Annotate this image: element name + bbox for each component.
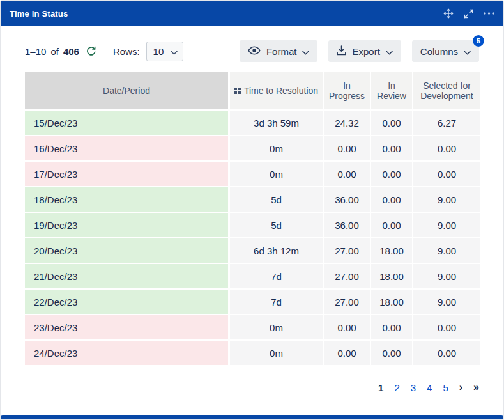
refresh-icon[interactable]	[86, 46, 96, 56]
next-page-icon[interactable]: ›	[459, 382, 462, 393]
in-review-cell: 18.00	[370, 264, 412, 290]
range-text: 1–10	[25, 46, 46, 57]
date-cell: 21/Dec/23	[25, 264, 228, 290]
in-review-cell: 0.00	[370, 341, 412, 366]
time-to-resolution-cell: 0m	[228, 136, 323, 162]
selected-for-development-cell: 9.00	[412, 290, 480, 315]
page-link-5[interactable]: 5	[443, 382, 448, 393]
table-row: 17/Dec/23 0m 0.00 0.00 0.00	[25, 162, 480, 187]
time-to-resolution-cell: 7d	[228, 290, 323, 315]
time-to-resolution-cell: 0m	[228, 162, 323, 187]
page-1-current[interactable]: 1	[378, 382, 383, 393]
chevron-down-icon	[171, 46, 178, 57]
selected-for-development-cell: 9.00	[412, 213, 480, 238]
selected-for-development-cell: 0.00	[412, 341, 480, 366]
page-link-4[interactable]: 4	[427, 382, 432, 393]
time-to-resolution-cell: 3d 3h 59m	[228, 111, 323, 136]
export-button-label: Export	[352, 46, 379, 57]
in-progress-cell: 36.00	[323, 213, 370, 238]
columns-count-badge: 5	[473, 35, 484, 47]
in-review-cell: 0.00	[370, 111, 412, 136]
date-cell: 23/Dec/23	[25, 315, 228, 341]
selected-for-development-cell: 0.00	[412, 315, 480, 341]
move-icon[interactable]	[443, 8, 454, 19]
date-cell: 16/Dec/23	[25, 136, 228, 162]
rows-per-page-label: Rows:	[113, 46, 140, 57]
header-time-to-resolution[interactable]: Time to Resolution	[228, 72, 323, 111]
page-link-2[interactable]: 2	[394, 382, 399, 393]
columns-button[interactable]: Columns 5	[412, 40, 479, 62]
date-cell: 19/Dec/23	[25, 213, 228, 238]
in-progress-cell: 0.00	[323, 341, 370, 366]
more-actions-icon[interactable]	[484, 12, 494, 15]
gadget-header-actions	[443, 8, 494, 19]
in-review-cell: 18.00	[370, 238, 412, 264]
in-review-cell: 0.00	[370, 213, 412, 238]
chevron-down-icon	[464, 46, 471, 57]
chevron-down-icon	[302, 46, 309, 57]
selected-for-development-cell: 9.00	[412, 187, 480, 213]
table-row: 20/Dec/23 6d 3h 12m 27.00 18.00 9.00	[25, 238, 480, 264]
in-review-cell: 0.00	[370, 136, 412, 162]
table-toolbar: 1–10 of 406 Rows: 10	[1, 26, 503, 72]
format-button[interactable]: Format	[240, 40, 318, 62]
in-review-cell: 0.00	[370, 315, 412, 341]
in-review-cell: 0.00	[370, 162, 412, 187]
table-row: 15/Dec/23 3d 3h 59m 24.32 0.00 6.27	[25, 111, 480, 136]
range-of-label: of	[50, 46, 59, 57]
expand-icon[interactable]	[464, 9, 473, 19]
header-in-review[interactable]: In Review	[370, 72, 412, 111]
date-cell: 17/Dec/23	[25, 162, 228, 187]
date-cell: 15/Dec/23	[25, 111, 228, 136]
table-row: 21/Dec/23 7d 27.00 18.00 9.00	[25, 264, 480, 290]
selected-for-development-cell: 0.00	[412, 136, 480, 162]
in-progress-cell: 27.00	[323, 238, 370, 264]
selected-for-development-cell: 9.00	[412, 238, 480, 264]
gadget-header: Time in Status	[1, 1, 503, 26]
table-row: 22/Dec/23 7d 27.00 18.00 9.00	[25, 290, 480, 315]
next-gadget-header-strip	[1, 415, 503, 419]
in-progress-cell: 0.00	[323, 136, 370, 162]
chevron-down-icon	[386, 46, 393, 57]
selected-for-development-cell: 0.00	[412, 162, 480, 187]
last-page-icon[interactable]: »	[473, 382, 479, 393]
date-cell: 20/Dec/23	[25, 238, 228, 264]
in-progress-cell: 0.00	[323, 162, 370, 187]
eye-icon	[248, 46, 261, 57]
table-row: 18/Dec/23 5d 36.00 0.00 9.00	[25, 187, 480, 213]
toolbar-buttons: Format Export Columns	[240, 40, 479, 62]
table-row: 23/Dec/23 0m 0.00 0.00 0.00	[25, 315, 480, 341]
time-to-resolution-cell: 0m	[228, 341, 323, 366]
result-range: 1–10 of 406	[25, 46, 96, 57]
table-row: 24/Dec/23 0m 0.00 0.00 0.00	[25, 341, 480, 366]
date-cell: 24/Dec/23	[25, 341, 228, 366]
format-button-label: Format	[266, 46, 297, 57]
time-to-resolution-cell: 5d	[228, 213, 323, 238]
header-selected-for-development[interactable]: Selected for Development	[412, 72, 480, 111]
range-total: 406	[63, 46, 79, 57]
in-progress-cell: 27.00	[323, 290, 370, 315]
header-in-progress[interactable]: In Progress	[323, 72, 370, 111]
date-cell: 22/Dec/23	[25, 290, 228, 315]
date-cell: 18/Dec/23	[25, 187, 228, 213]
export-button[interactable]: Export	[328, 40, 401, 62]
time-in-status-gadget: Time in Status 1–10 of	[0, 0, 504, 420]
header-date-period[interactable]: Date/Period	[25, 72, 228, 111]
in-progress-cell: 36.00	[323, 187, 370, 213]
page-link-3[interactable]: 3	[411, 382, 416, 393]
table-row: 19/Dec/23 5d 36.00 0.00 9.00	[25, 213, 480, 238]
table-header-row: Date/Period Time to Resolution In Progre…	[25, 72, 480, 111]
rows-per-page-select[interactable]: 10	[146, 42, 183, 61]
gadget-title: Time in Status	[10, 9, 443, 19]
header-time-to-resolution-label: Time to Resolution	[244, 86, 318, 96]
in-review-cell: 18.00	[370, 290, 412, 315]
selected-for-development-cell: 6.27	[412, 111, 480, 136]
time-to-resolution-cell: 6d 3h 12m	[228, 238, 323, 264]
table-row: 16/Dec/23 0m 0.00 0.00 0.00	[25, 136, 480, 162]
in-progress-cell: 0.00	[323, 315, 370, 341]
in-progress-cell: 24.32	[323, 111, 370, 136]
time-to-resolution-cell: 0m	[228, 315, 323, 341]
selected-for-development-cell: 9.00	[412, 264, 480, 290]
in-progress-cell: 27.00	[323, 264, 370, 290]
columns-button-label: Columns	[420, 46, 458, 57]
